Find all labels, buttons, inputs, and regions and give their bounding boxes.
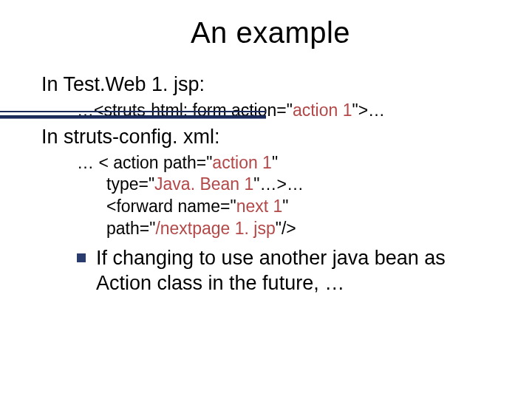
text: path=" (106, 219, 155, 238)
text: "/> (276, 219, 296, 238)
text: <forward name=" (106, 197, 236, 216)
square-bullet-icon (77, 253, 86, 262)
slide-title: An example (41, 16, 499, 50)
slide-body: In Test.Web 1. jsp: …<struts-html: form … (41, 72, 499, 296)
text-line-5: type="Java. Bean 1"…>… (106, 174, 499, 195)
text: type=" (106, 174, 154, 194)
text: " (282, 197, 288, 216)
highlight: action 1 (212, 153, 272, 172)
text-line-6: <forward name="next 1" (106, 197, 499, 217)
text: " (272, 153, 278, 172)
text: … < action path=" (77, 153, 212, 172)
text: ">… (352, 100, 385, 120)
bullet-text: If changing to use another java bean as … (96, 246, 499, 296)
text-line-7: path="/nextpage 1. jsp"/> (106, 219, 499, 239)
text: "…>… (253, 174, 304, 194)
highlight: action 1 (293, 100, 352, 120)
text-line-3: In struts-config. xml: (41, 124, 499, 150)
bullet-item: If changing to use another java bean as … (77, 246, 499, 296)
highlight: next 1 (236, 197, 283, 216)
text-line-4: … < action path="action 1" (77, 153, 499, 174)
highlight: /nextpage 1. jsp (155, 219, 275, 238)
slide: An example In Test.Web 1. jsp: …<struts-… (0, 0, 532, 399)
highlight: Java. Bean 1 (154, 174, 253, 194)
text-line-1: In Test.Web 1. jsp: (41, 72, 499, 98)
